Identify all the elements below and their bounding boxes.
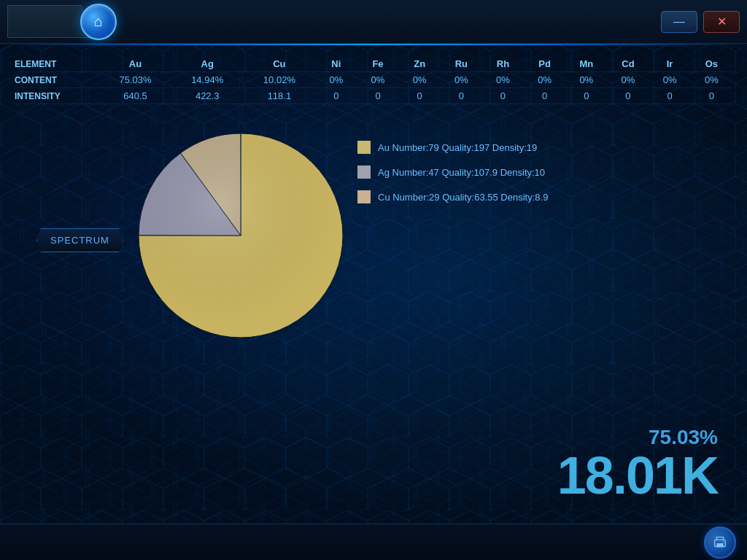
- table-content-3: 0%: [315, 72, 357, 88]
- table-content-0: 75.03%: [99, 72, 171, 88]
- table-content-7: 0%: [482, 72, 524, 88]
- row-label-element: ELEMENT: [15, 56, 99, 72]
- table-intensity-5: 0: [399, 88, 441, 104]
- svg-rect-5: [716, 542, 723, 547]
- title-bar: ⌂ — ✕: [0, 0, 747, 44]
- table-intensity-1: 422.3: [171, 88, 244, 104]
- table-intensity-10: 0: [607, 88, 649, 104]
- chart-area: SPECTRUM Au Number:79 Quality:197 Densit…: [15, 112, 732, 374]
- table-intensity-7: 0: [482, 88, 524, 104]
- table-content-10: 0%: [607, 72, 649, 88]
- legend-item-2: Cu Number:29 Quality:63.55 Density:8.9: [357, 190, 548, 203]
- print-icon: [712, 534, 728, 551]
- minimize-button[interactable]: —: [661, 11, 697, 33]
- table-element-3: Ni: [315, 56, 357, 72]
- row-label-intensity: INTENSITY: [15, 88, 99, 104]
- table-element-1: Ag: [171, 56, 244, 72]
- legend-color-2: [357, 190, 371, 203]
- table-content-12: 0%: [691, 72, 732, 88]
- table-intensity-2: 118.1: [244, 88, 316, 104]
- legend-text-0: Au Number:79 Quality:197 Density:19: [378, 142, 537, 153]
- home-icon: ⌂: [94, 13, 103, 30]
- row-label-content: CONTENT: [15, 72, 99, 88]
- table-content-4: 0%: [357, 72, 398, 88]
- table-content-1: 14.94%: [171, 72, 244, 88]
- table-element-7: Rh: [482, 56, 524, 72]
- legend-item-0: Au Number:79 Quality:197 Density:19: [357, 141, 548, 154]
- table-intensity-9: 0: [565, 88, 607, 104]
- home-button[interactable]: ⌂: [80, 4, 117, 40]
- table-content-2: 10.02%: [244, 72, 316, 88]
- table-intensity-4: 0: [357, 88, 398, 104]
- chart-legend: Au Number:79 Quality:197 Density:19Ag Nu…: [357, 141, 548, 203]
- svg-point-6: [723, 541, 724, 542]
- table-content-8: 0%: [524, 72, 565, 88]
- table-intensity-12: 0: [691, 88, 732, 104]
- bottom-bar: [0, 524, 747, 560]
- legend-item-1: Ag Number:47 Quality:107.9 Density:10: [357, 166, 548, 179]
- element-data-table: ELEMENTAuAgCuNiFeZnRuRhPdMnCdIrOs CONTEN…: [15, 56, 732, 104]
- table-intensity-0: 640.5: [99, 88, 171, 104]
- intensity-row: INTENSITY640.5422.3118.10000000000: [15, 88, 732, 104]
- table-element-8: Pd: [524, 56, 565, 72]
- table-content-6: 0%: [441, 72, 482, 88]
- table-content-9: 0%: [565, 72, 607, 88]
- bottom-action-button[interactable]: [704, 526, 736, 559]
- title-bar-right: — ✕: [661, 11, 740, 33]
- main-content: ELEMENTAuAgCuNiFeZnRuRhPdMnCdIrOs CONTEN…: [0, 45, 747, 385]
- pie-overlay: [139, 133, 343, 338]
- table-content-11: 0%: [649, 72, 691, 88]
- table-intensity-8: 0: [524, 88, 565, 104]
- legend-color-0: [357, 141, 371, 154]
- close-button[interactable]: ✕: [703, 11, 740, 33]
- title-bar-left: ⌂: [7, 4, 117, 40]
- pie-chart-container: [131, 126, 350, 345]
- table-element-2: Cu: [244, 56, 316, 72]
- element-row: ELEMENTAuAgCuNiFeZnRuRhPdMnCdIrOs: [15, 56, 732, 72]
- table-element-4: Fe: [357, 56, 398, 72]
- table-element-5: Zn: [399, 56, 441, 72]
- table-element-10: Cd: [607, 56, 649, 72]
- table-content-5: 0%: [399, 72, 441, 88]
- pie-chart-svg: [131, 126, 350, 345]
- table-intensity-6: 0: [441, 88, 482, 104]
- table-element-9: Mn: [565, 56, 607, 72]
- legend-color-1: [357, 166, 371, 179]
- table-element-0: Au: [99, 56, 171, 72]
- table-element-6: Ru: [441, 56, 482, 72]
- table-element-11: Ir: [649, 56, 691, 72]
- table-element-12: Os: [691, 56, 732, 72]
- content-row: CONTENT75.03%14.94%10.02%0%0%0%0%0%0%0%0…: [15, 72, 732, 88]
- legend-text-2: Cu Number:29 Quality:63.55 Density:8.9: [378, 192, 548, 203]
- spectrum-button[interactable]: SPECTRUM: [36, 228, 123, 252]
- table-intensity-3: 0: [315, 88, 357, 104]
- legend-text-1: Ag Number:47 Quality:107.9 Density:10: [378, 167, 545, 178]
- table-intensity-11: 0: [649, 88, 691, 104]
